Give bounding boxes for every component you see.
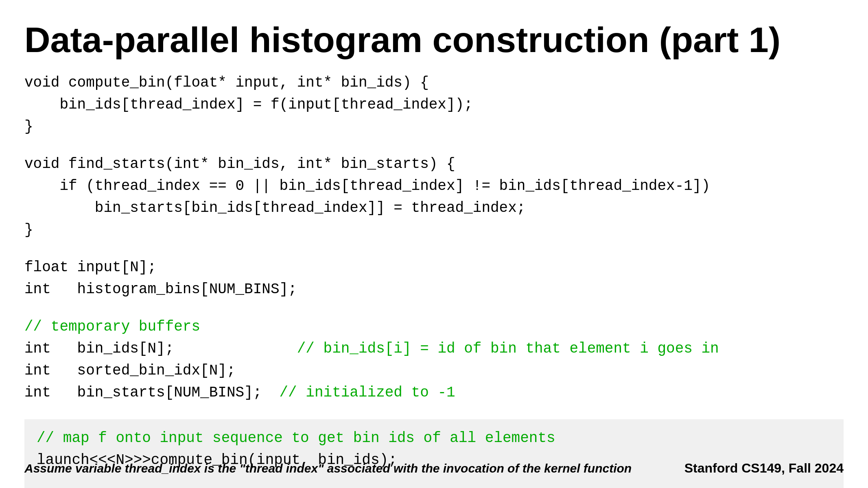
code-line: int sorted_bin_idx[N]; xyxy=(24,360,844,382)
code-line: } xyxy=(24,116,844,138)
code-highlighted: // map f onto input sequence to get bin … xyxy=(24,419,844,488)
code-line: int bin_starts[NUM_BINS]; // initialized… xyxy=(24,382,844,404)
footer-note: Assume variable thread_index is the "thr… xyxy=(24,462,632,475)
code-comment: // map f onto input sequence to get bin … xyxy=(37,427,831,449)
code-comment: // temporary buffers xyxy=(24,316,844,338)
page-title: Data-parallel histogram construction (pa… xyxy=(24,20,844,60)
code-line: int bin_ids[N]; // bin_ids[i] = id of bi… xyxy=(24,338,844,360)
footer: Assume variable thread_index is the "thr… xyxy=(24,461,844,476)
footer-branding: Stanford CS149, Fall 2024 xyxy=(684,461,844,476)
code-declarations: float input[N]; int histogram_bins[NUM_B… xyxy=(24,257,844,301)
code-line: void find_starts(int* bin_ids, int* bin_… xyxy=(24,153,844,175)
code-line: float input[N]; xyxy=(24,257,844,279)
code-line: bin_ids[thread_index] = f(input[thread_i… xyxy=(24,94,844,116)
code-line: int histogram_bins[NUM_BINS]; xyxy=(24,279,844,301)
code-line: void compute_bin(float* input, int* bin_… xyxy=(24,72,844,94)
code-function2: void find_starts(int* bin_ids, int* bin_… xyxy=(24,153,844,241)
code-line: if (thread_index == 0 || bin_ids[thread_… xyxy=(24,175,844,197)
code-temporary: // temporary buffers int bin_ids[N]; // … xyxy=(24,316,844,404)
slide: Data-parallel histogram construction (pa… xyxy=(0,0,868,488)
code-function1: void compute_bin(float* input, int* bin_… xyxy=(24,72,844,138)
code-line: bin_starts[bin_ids[thread_index]] = thre… xyxy=(24,197,844,219)
code-line: } xyxy=(24,219,844,241)
